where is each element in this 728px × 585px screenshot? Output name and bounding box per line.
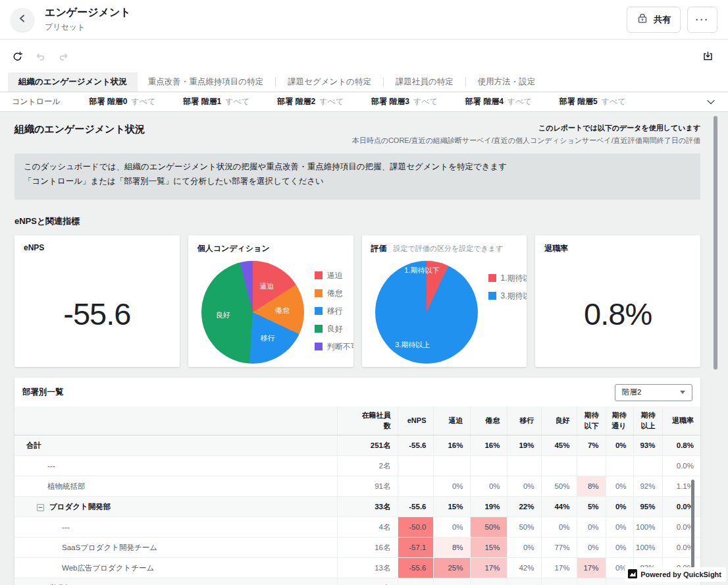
tab-0[interactable]: 組織のエンゲージメント状況 [8,72,138,92]
legend-label: 逼迫 [327,270,343,281]
filter-4[interactable]: 部署 階層4すべて [465,96,532,107]
table-row-6[interactable]: Web広告プロダクトチーム13名-55.625%17%42%17%17%0%83… [14,558,700,578]
tab-2[interactable]: 課題セグメントの特定 [277,72,382,92]
filter-0[interactable]: 部署 階層0すべて [89,96,155,107]
cell-2-0: 91名 [337,476,398,497]
filters-container: 部署 階層0すべて部署 階層1すべて部署 階層2すべて部署 階層3すべて部署 階… [89,96,653,107]
table-row-7[interactable]: −営業部96名0%0%0%100%7%0%93%0.0% [14,578,700,585]
tab-3[interactable]: 課題社員の特定 [385,72,464,92]
cell-4-6: 0% [577,517,606,538]
cell-7-3: 0% [470,578,507,585]
legend-item[interactable]: 判断不可 [315,341,353,352]
cell-0-6: 7% [577,435,606,456]
tab-separator [383,78,384,86]
undo-icon[interactable] [35,51,46,62]
col-header-10: 退職率 [662,406,700,435]
cell-4-0: 4名 [337,517,398,538]
table-row-1[interactable]: ---2名0.0% [14,456,700,476]
condition-pie-chart[interactable]: 逼迫倦怠移行良好 [201,261,304,364]
department-name: --- [62,523,70,531]
redo-icon[interactable] [58,51,69,62]
filter-1[interactable]: 部署 階層1すべて [183,96,249,107]
table-scrollbar-thumb[interactable] [691,480,694,568]
condition-card-title: 個人コンディション [197,243,344,254]
department-table: 在籍社員 数eNPS逼迫倦怠移行良好期待 以下期待 通り期待 以上退職率 合計2… [14,406,700,585]
cell-5-9: 0.0% [662,538,700,558]
table-row-4[interactable]: ---4名-50.00%50%50%0%0%0%100%0.0% [14,517,700,538]
filter-5[interactable]: 部署 階層5すべて [559,96,626,107]
cell-6-6: 17% [577,558,606,578]
share-button[interactable]: 共有 [627,7,681,33]
cell-3-1: -55.6 [398,497,433,517]
cell-3-0: 33名 [337,497,398,517]
tab-separator [275,78,276,86]
col-header-3: 逼迫 [433,406,470,435]
col-header-2: eNPS [398,406,433,435]
description-line1: このダッシュボードでは、組織のエンゲージメント状況の把握や重点改善・重点維持項目… [24,160,691,175]
description-line2: 「コントロール」または「部署別一覧」にて分析したい部署を選択してください [24,175,691,189]
cell-1-7 [606,456,633,476]
chevron-down-icon[interactable] [706,97,716,107]
cell-6-3: 17% [470,558,507,578]
cell-2-4: 0% [507,476,541,497]
share-lock-icon [637,13,648,26]
legend-item[interactable]: 3.期待以上 [488,291,527,302]
filter-2[interactable]: 部署 階層2すべて [277,96,344,107]
legend-swatch [488,292,496,300]
table-row-0[interactable]: 合計251名-55.616%16%19%45%7%0%93%0.8% [14,435,700,456]
legend-item[interactable]: 良好 [315,323,353,335]
ellipsis-icon: ··· [696,14,710,25]
cell-5-8: 100% [633,538,662,558]
legend-item[interactable]: 移行 [315,306,353,317]
cell-5-1: -57.1 [398,538,433,558]
legend-label: 倦怠 [327,288,343,299]
cell-5-7: 0% [606,538,633,558]
page-title: エンゲージメント [45,6,131,20]
filter-3[interactable]: 部署 階層3すべて [371,96,438,107]
enps-card-title: eNPS [24,243,170,252]
cell-3-6: 5% [577,497,606,517]
hierarchy-level-dropdown[interactable]: 階層2 [615,384,692,401]
evaluation-pie-chart[interactable]: 1.期待以下3.期待以上 [375,261,478,364]
back-button[interactable] [11,8,34,32]
legend-item[interactable]: 逼迫 [315,270,353,281]
tab-4[interactable]: 使用方法・設定 [467,72,546,92]
control-bar-label: コントロール [12,96,60,107]
turnover-card-title: 退職率 [544,243,691,254]
cell-4-4: 50% [507,517,541,538]
col-header-8: 期待 通り [606,406,633,435]
cell-3-3: 19% [470,497,507,517]
cell-7-2: 0% [433,578,470,585]
cell-4-8: 100% [633,517,662,538]
page-scrollbar-thumb[interactable] [714,116,717,370]
cell-1-1 [398,456,433,476]
collapse-icon[interactable]: − [37,504,44,511]
evaluation-legend: 1.期待以下3.期待以上 [488,273,527,364]
tab-1[interactable]: 重点改善・重点維持項目の特定 [138,72,274,92]
cell-0-2: 16% [433,435,470,456]
more-options-button[interactable]: ··· [687,7,717,33]
cell-4-2: 0% [433,517,470,538]
legend-label: 1.期待以下 [501,273,527,284]
legend-item[interactable]: 1.期待以下 [488,273,527,284]
legend-item[interactable]: 倦怠 [315,288,353,299]
cell-0-8: 93% [633,435,662,456]
legend-swatch [315,343,323,350]
table-row-2[interactable]: 植物統括部91名0%0%0%50%8%0%92%1.1% [14,476,700,497]
cell-3-7: 0% [606,497,633,517]
col-header-6: 良好 [541,406,577,435]
reset-icon[interactable] [12,51,23,62]
legend-swatch [315,307,323,315]
tab-separator [465,78,466,86]
cell-2-6: 8% [577,476,606,497]
pie-slice-label: 3.期待以上 [395,339,430,349]
col-header-1: 在籍社員 数 [337,406,398,435]
table-row-5[interactable]: SaaSプロダクト開発チーム16名-57.18%15%0%77%0%0%100%… [14,538,700,558]
export-icon[interactable] [702,51,714,62]
cell-4-9: 0.0% [662,517,700,538]
cell-1-9: 0.0% [662,456,700,476]
cell-1-4 [507,456,541,476]
cell-7-6: 7% [577,578,606,585]
table-row-3[interactable]: −プロダクト開発部33名-55.615%19%22%44%5%0%95%0.0% [14,497,700,517]
cell-6-1: -55.6 [398,558,433,578]
